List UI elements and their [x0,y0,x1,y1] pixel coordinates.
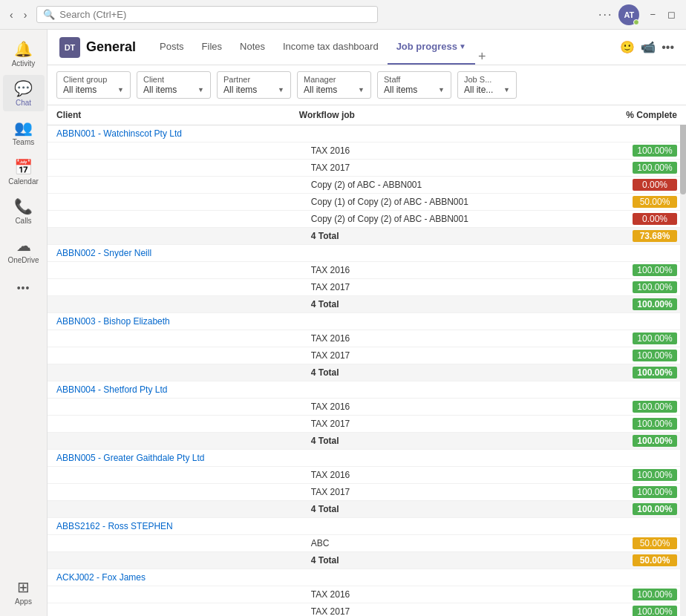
restore-button[interactable]: ◻ [663,7,680,22]
sidebar-item-teams[interactable]: 👥 Teams [3,114,45,151]
filter-caret-4: ▼ [438,86,445,94]
total-pct-cell: 100.00% [533,296,686,313]
job-pct-cell: 100.00% [533,160,686,177]
table-row: 4 Total 100.00% [48,501,686,518]
total-label-cell [48,552,290,569]
client-name-cell[interactable]: ABBS2162 - Ross STEPHEN [48,518,533,535]
filter-staff[interactable]: Staff All items ▼ [377,71,451,99]
total-pct-cell: 100.00% [533,501,686,518]
job-client-cell [48,586,290,603]
header-more-button[interactable]: ••• [662,41,674,54]
sidebar-item-onedrive[interactable]: ☁ OneDrive [3,232,45,269]
client-name-cell[interactable]: ABBN002 - Snyder Neill [48,245,533,262]
filter-job-status[interactable]: Job S... All ite... ▼ [457,71,517,99]
job-pct-cell: 100.00% [533,399,686,416]
sidebar-item-apps[interactable]: ⊞ Apps [3,574,45,610]
channel-header: DT General Posts Files Notes Income tax … [48,30,686,65]
client-name-cell[interactable]: ACKJ002 - Fox James [48,569,533,586]
back-button[interactable]: ‹ [6,7,17,22]
filter-partner[interactable]: Partner All items ▼ [217,71,291,99]
forward-button[interactable]: › [20,7,31,22]
job-client-cell [48,399,290,416]
filter-manager[interactable]: Manager All items ▼ [297,71,371,99]
tab-job-progress[interactable]: Job progress ▼ [388,30,475,65]
total-text-cell: 4 Total [290,364,533,381]
filter-caret-5: ▼ [503,86,510,94]
avatar[interactable]: AT [618,4,639,25]
job-pct-cell: 100.00% [533,416,686,433]
table-row: ACKJ002 - Fox James [48,569,686,586]
table-row: TAX 2016 100.00% [48,142,686,160]
sidebar-item-activity[interactable]: 🔔 Activity [3,36,45,72]
total-label-cell [48,296,290,313]
total-text-cell: 4 Total [290,433,533,450]
table-row: TAX 2017 100.00% [48,160,686,177]
job-pct-cell: 50.00% [533,535,686,552]
job-workflow-cell: TAX 2016 [290,262,533,279]
tab-income-tax[interactable]: Income tax dashboard [274,30,388,65]
total-text-cell: 4 Total [290,228,533,245]
pct-badge: 100.00% [633,486,677,498]
job-client-cell [48,467,290,484]
total-pct-badge: 100.00% [633,503,677,515]
video-call-button[interactable]: 📹 [641,40,656,54]
job-workflow-cell: TAX 2017 [290,484,533,501]
job-workflow-cell: TAX 2017 [290,603,533,617]
sidebar-item-chat[interactable]: 💬 Chat [3,75,45,111]
filter-client[interactable]: Client All items ▼ [137,71,211,99]
table-row: TAX 2017 100.00% [48,279,686,296]
job-pct-cell: 100.00% [533,347,686,364]
job-workflow-cell: ABC [290,535,533,552]
minimize-button[interactable]: − [645,7,660,22]
tab-files[interactable]: Files [193,30,231,65]
total-pct-cell: 73.68% [533,228,686,245]
add-tab-button[interactable]: + [478,49,486,65]
sidebar-label-teams: Teams [13,138,34,146]
total-pct-cell: 50.00% [533,552,686,569]
client-name-cell[interactable]: ABBN004 - Shetford Pty Ltd [48,381,533,399]
job-workflow-cell: TAX 2016 [290,142,533,160]
job-client-cell [48,535,290,552]
job-workflow-cell: Copy (2) of ABC - ABBN001 [290,177,533,194]
pct-badge: 100.00% [633,281,677,293]
job-client-cell [48,262,290,279]
table-row: TAX 2017 100.00% [48,603,686,617]
apps-icon: ⊞ [17,578,30,596]
job-workflow-cell: Copy (1) of Copy (2) of ABC - ABBN001 [290,194,533,211]
tab-posts[interactable]: Posts [151,30,193,65]
pct-badge: 100.00% [633,589,677,600]
client-name-cell[interactable]: ABBN001 - Watchinscot Pty Ltd [48,125,533,142]
channel-title: General [86,39,136,55]
total-pct-cell: 100.00% [533,433,686,450]
sidebar-item-more[interactable]: ••• [3,278,45,298]
search-input[interactable] [59,9,371,20]
pct-badge: 100.00% [633,418,677,430]
table-row: ABBN003 - Bishop Elizabeth [48,313,686,330]
table-row: 4 Total 100.00% [48,433,686,450]
total-label-cell [48,228,290,245]
sidebar-item-calendar[interactable]: 📅 Calendar [3,154,45,190]
table-row: TAX 2016 100.00% [48,467,686,484]
job-client-cell [48,416,290,433]
onedrive-icon: ☁ [16,237,31,255]
client-name-cell[interactable]: ABBN003 - Bishop Elizabeth [48,313,533,330]
emoji-button[interactable]: 🙂 [620,40,635,54]
client-name-cell[interactable]: ABBN005 - Greater Gaithdale Pty Ltd [48,450,533,467]
scrollbar-track [680,105,686,616]
app-layout: 🔔 Activity 💬 Chat 👥 Teams 📅 Calendar 📞 C… [0,30,686,616]
total-label-cell [48,364,290,381]
job-workflow-cell: TAX 2017 [290,416,533,433]
job-workflow-cell: TAX 2016 [290,467,533,484]
sidebar-item-calls[interactable]: 📞 Calls [3,193,45,229]
job-workflow-cell: Copy (2) of Copy (2) of ABC - ABBN001 [290,211,533,228]
job-workflow-cell: TAX 2017 [290,160,533,177]
top-right-controls: ··· AT − ◻ [598,4,680,25]
job-pct-cell: 0.00% [533,211,686,228]
table-row: TAX 2017 100.00% [48,484,686,501]
filter-client-group[interactable]: Client group All items ▼ [56,71,131,99]
total-text-cell: 4 Total [290,296,533,313]
tab-notes[interactable]: Notes [231,30,274,65]
total-label-cell [48,501,290,518]
job-client-cell [48,211,290,228]
more-options-button[interactable]: ··· [598,8,612,22]
